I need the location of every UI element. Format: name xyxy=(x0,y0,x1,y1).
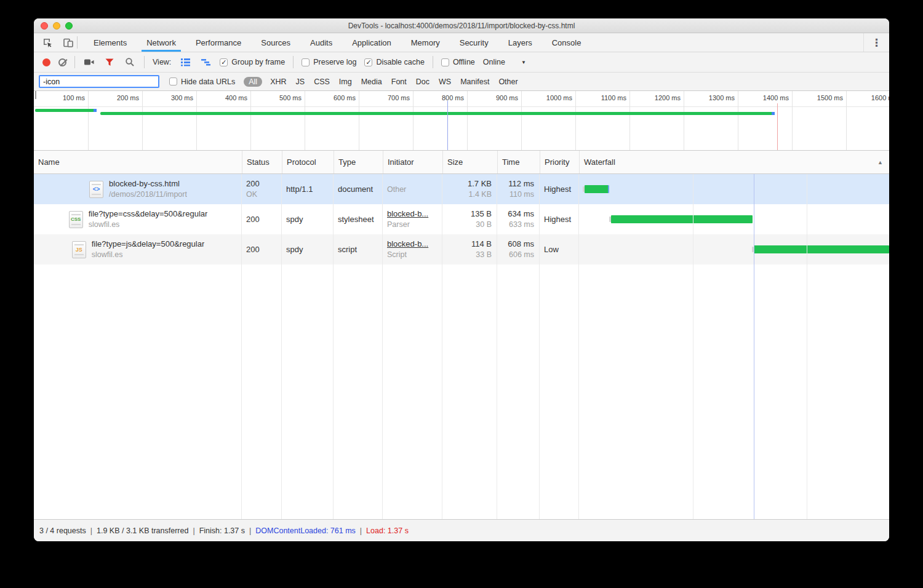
column-header-size[interactable]: Size xyxy=(442,151,497,173)
tab-performance[interactable]: Performance xyxy=(186,33,251,52)
close-window-button[interactable] xyxy=(41,22,48,30)
column-header-label: Waterfall xyxy=(584,157,615,167)
waterfall-bar xyxy=(611,215,753,223)
checkbox-group-by-frame[interactable]: Group by frame xyxy=(220,58,285,66)
search-icon[interactable] xyxy=(124,56,136,68)
more-options-icon[interactable]: ⋮ xyxy=(863,33,889,52)
filter-type-ws[interactable]: WS xyxy=(438,77,452,87)
initiator-cell: blocked-b...Parser xyxy=(383,204,442,234)
column-header-waterfall[interactable]: Waterfall▲ xyxy=(579,151,889,173)
device-toolbar-icon[interactable] xyxy=(62,36,74,49)
column-header-type[interactable]: Type xyxy=(334,151,383,173)
table-row[interactable]: <>blocked-by-css.html/demos/2018/11/impo… xyxy=(34,174,889,204)
type-cell: script xyxy=(334,234,383,264)
ruler-tick-label: 1400 ms xyxy=(763,94,789,101)
inspect-element-icon[interactable] xyxy=(41,36,54,49)
window-title: DevTools - localhost:4000/demos/2018/11/… xyxy=(34,22,889,30)
filter-type-img[interactable]: Img xyxy=(338,77,353,87)
tab-application[interactable]: Application xyxy=(342,33,401,52)
request-name-text: file?type=css&delay=500&regularslowfil.e… xyxy=(89,209,208,230)
status-segment: 1.9 KB / 3.1 KB transferred xyxy=(97,526,188,535)
throttling-dropdown[interactable]: Online ▼ xyxy=(483,58,526,66)
network-overview-timeline[interactable]: 100 ms200 ms300 ms400 ms500 ms600 ms700 … xyxy=(34,91,889,151)
minimize-window-button[interactable] xyxy=(53,22,60,30)
column-header-initiator[interactable]: Initiator xyxy=(383,151,442,173)
divider xyxy=(144,56,145,68)
size-cell: 1.7 KB1.4 KB xyxy=(442,174,497,204)
ruler-tick-label: 1300 ms xyxy=(709,94,735,101)
filter-type-media[interactable]: Media xyxy=(360,77,383,87)
devtools-tabbar: ElementsNetworkPerformanceSourcesAuditsA… xyxy=(34,33,889,52)
waterfall-bar xyxy=(754,245,889,253)
tab-audits[interactable]: Audits xyxy=(300,33,342,52)
tab-network[interactable]: Network xyxy=(137,33,186,52)
offline-checkbox[interactable] xyxy=(441,58,449,66)
table-row[interactable]: CSSfile?type=css&delay=500&regularslowfi… xyxy=(34,204,889,234)
column-header-priority[interactable]: Priority xyxy=(540,151,579,173)
filter-icon[interactable] xyxy=(103,56,116,68)
divider xyxy=(433,56,433,68)
size-cell-subvalue: 1.4 KB xyxy=(468,189,492,200)
priority-cell: Highest xyxy=(540,174,579,204)
chevron-down-icon: ▼ xyxy=(521,60,526,65)
filter-type-css[interactable]: CSS xyxy=(313,77,331,87)
request-path: slowfil.es xyxy=(89,220,208,230)
status-segment: DOMContentLoaded: 761 ms xyxy=(255,526,356,535)
filter-type-other[interactable]: Other xyxy=(497,77,519,87)
protocol-cell-value: spdy xyxy=(286,214,329,224)
initiator-cell-value[interactable]: blocked-b... xyxy=(387,239,438,249)
waterfall-cell xyxy=(579,204,889,234)
ruler-gridline xyxy=(142,91,143,150)
checkbox-hide-data-urls[interactable]: Hide data URLs xyxy=(169,77,235,86)
checkbox-offline[interactable]: Offline xyxy=(441,58,475,66)
filter-type-manifest[interactable]: Manifest xyxy=(459,77,490,87)
network-status-bar: 3 / 4 requests|1.9 KB / 3.1 KB transferr… xyxy=(34,519,889,541)
tab-memory[interactable]: Memory xyxy=(401,33,450,52)
filter-type-all[interactable]: All xyxy=(244,77,262,87)
capture-screenshots-icon[interactable] xyxy=(83,56,95,68)
protocol-cell: spdy xyxy=(282,204,334,234)
status-separator: | xyxy=(90,526,92,535)
column-header-time[interactable]: Time xyxy=(497,151,540,173)
record-network-log-button[interactable] xyxy=(42,58,50,66)
checkbox-disable-cache[interactable]: Disable cache xyxy=(364,58,425,66)
time-cell: 634 ms633 ms xyxy=(497,204,540,234)
ruler-gridline xyxy=(413,91,414,150)
column-header-status[interactable]: Status xyxy=(242,151,282,173)
tab-elements[interactable]: Elements xyxy=(84,33,137,52)
filter-input[interactable] xyxy=(39,75,159,88)
priority-cell: Highest xyxy=(540,204,579,234)
ruler-tick-label: 200 ms xyxy=(117,94,139,101)
filter-type-doc[interactable]: Doc xyxy=(415,77,431,87)
group-by-frame-checkbox[interactable] xyxy=(220,58,228,66)
requests-table-header: NameStatusProtocolTypeInitiatorSizeTimeP… xyxy=(34,151,889,174)
size-cell-subvalue: 33 B xyxy=(476,250,492,260)
column-header-name[interactable]: Name xyxy=(34,151,242,173)
clear-network-log-icon[interactable] xyxy=(58,58,66,66)
timeline-origin-tick xyxy=(35,91,36,99)
view-label: View: xyxy=(153,58,171,66)
request-name: file?type=js&delay=500&regular xyxy=(92,239,205,249)
tab-console[interactable]: Console xyxy=(542,33,591,52)
zoom-window-button[interactable] xyxy=(65,22,73,30)
filter-type-font[interactable]: Font xyxy=(390,77,408,87)
disable-cache-checkbox[interactable] xyxy=(364,58,372,66)
filter-type-js[interactable]: JS xyxy=(295,77,306,87)
initiator-cell-value[interactable]: blocked-b... xyxy=(387,209,438,219)
preserve-log-checkbox[interactable] xyxy=(302,58,310,66)
tab-sources[interactable]: Sources xyxy=(251,33,300,52)
status-cell: 200OK xyxy=(242,174,282,204)
divider xyxy=(77,36,78,49)
tab-layers[interactable]: Layers xyxy=(498,33,542,52)
checkbox-preserve-log[interactable]: Preserve log xyxy=(302,58,356,66)
divider xyxy=(74,56,75,68)
ruler-tick-label: 400 ms xyxy=(225,94,247,101)
column-header-protocol[interactable]: Protocol xyxy=(282,151,334,173)
hide-data-urls-checkbox[interactable] xyxy=(169,77,177,85)
table-row[interactable]: JSfile?type=js&delay=500&regularslowfil.… xyxy=(34,234,889,264)
request-name-cell: CSSfile?type=css&delay=500&regularslowfi… xyxy=(34,204,242,234)
filter-type-xhr[interactable]: XHR xyxy=(269,77,287,87)
show-overview-icon[interactable] xyxy=(199,56,212,68)
tab-security[interactable]: Security xyxy=(450,33,498,52)
large-request-rows-icon[interactable] xyxy=(179,56,191,68)
